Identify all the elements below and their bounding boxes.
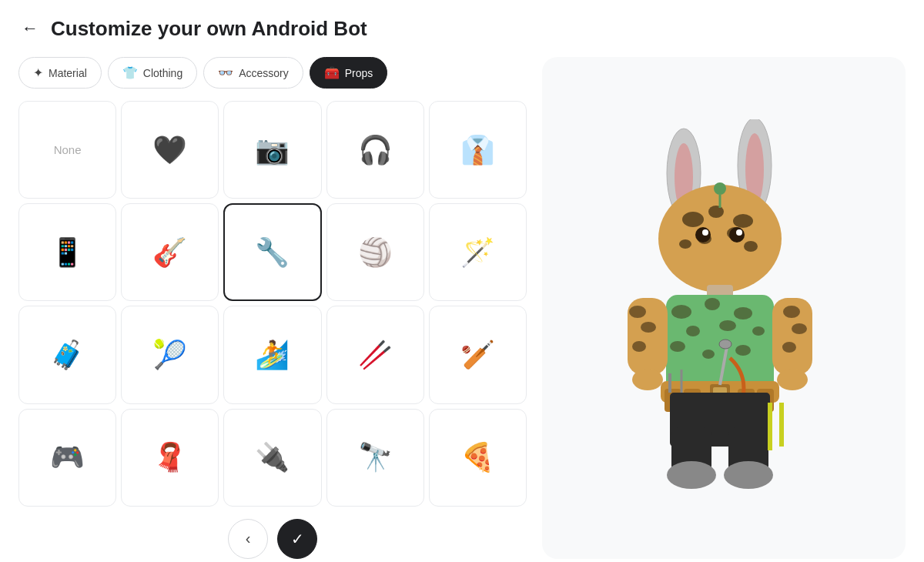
item-scarf[interactable]: 🧣 [121,409,219,507]
tablet-icon: 📱 [50,236,85,269]
svg-point-26 [670,341,685,352]
svg-point-24 [719,320,736,331]
belt-icon: 🖤 [152,134,187,166]
volleyball-icon: 🏐 [358,236,393,269]
binoculars-icon: 🔭 [358,441,393,473]
robot-preview-panel [542,57,906,559]
confirm-button[interactable]: ✓ [277,519,317,559]
robot-illustration [593,119,855,497]
props-icon: 🧰 [324,65,340,80]
chopsticks-icon: 🥢 [358,339,393,371]
main-content: ✦ Material 👕 Clothing 👓 Accessory 🧰 Prop… [18,57,906,559]
prev-button[interactable]: ‹ [228,519,268,559]
svg-point-13 [729,227,745,243]
svg-point-53 [667,461,716,489]
svg-point-49 [777,369,808,390]
svg-point-11 [744,241,758,252]
headphones-icon: 🎧 [358,134,393,166]
svg-point-42 [641,322,656,333]
guitar-icon: 🎸 [152,236,187,269]
item-gamepad[interactable]: 🎮 [18,409,116,507]
pizza-icon: 🍕 [460,441,495,473]
material-icon: ✦ [33,65,43,80]
left-panel: ✦ Material 👕 Clothing 👓 Accessory 🧰 Prop… [18,57,527,559]
item-tennis[interactable]: 🎾 [121,306,219,403]
item-camera[interactable]: 📷 [223,101,321,199]
svg-point-14 [702,229,708,236]
svg-point-10 [679,239,691,249]
svg-point-46 [783,306,800,318]
tennis-icon: 🎾 [152,339,187,371]
tab-accessory-label: Accessory [239,67,289,79]
item-cable[interactable]: 🔌 [223,409,321,507]
tab-accessory[interactable]: 👓 Accessory [203,57,303,89]
cable-icon: 🔌 [255,441,290,473]
svg-point-39 [719,340,732,349]
item-tie[interactable]: 👔 [429,101,527,199]
svg-point-54 [724,461,773,489]
tabs-bar: ✦ Material 👕 Clothing 👓 Accessory 🧰 Prop… [18,57,527,89]
header: ← Customize your own Android Bot [18,15,906,42]
svg-point-6 [708,206,724,218]
item-suitcase[interactable]: 🧳 [18,306,116,403]
none-label: None [54,143,82,156]
svg-point-25 [752,326,765,336]
tab-clothing[interactable]: 👕 Clothing [108,57,197,89]
svg-point-48 [782,342,796,353]
page-title: Customize your own Android Bot [51,17,367,41]
svg-point-7 [733,214,753,228]
tab-clothing-label: Clothing [143,67,182,79]
svg-point-47 [792,323,807,334]
accessory-icon: 👓 [218,65,233,80]
back-icon: ← [22,18,38,38]
back-button[interactable]: ← [18,15,42,42]
item-toolbelt[interactable]: 🔧 [223,203,321,301]
svg-point-43 [632,341,646,352]
camera-icon: 📷 [255,134,290,166]
prev-icon: ‹ [246,530,251,547]
tab-material-label: Material [49,67,87,79]
item-guitar[interactable]: 🎸 [121,203,219,301]
svg-point-28 [735,345,751,356]
svg-point-5 [682,212,704,227]
svg-point-23 [686,326,700,336]
bat-icon: 🪄 [460,236,495,269]
tab-material[interactable]: ✦ Material [18,57,102,89]
tab-props[interactable]: 🧰 Props [310,57,388,89]
svg-point-27 [702,350,715,359]
item-binoculars[interactable]: 🔭 [326,409,424,507]
suitcase-icon: 🧳 [50,339,85,371]
svg-point-21 [705,298,720,310]
item-headphones[interactable]: 🎧 [326,101,424,199]
tie-icon: 👔 [460,134,495,166]
robot-preview [542,57,906,559]
confirm-icon: ✓ [291,530,304,548]
clothing-icon: 👕 [122,65,138,80]
item-cricket[interactable]: 🏏 [429,306,527,403]
cricket-icon: 🏏 [460,339,495,371]
tab-props-label: Props [345,67,373,79]
svg-point-44 [632,369,663,390]
item-surfboard[interactable]: 🏄 [223,306,321,403]
page: ← Customize your own Android Bot ✦ Mater… [0,0,924,562]
item-pizza[interactable]: 🍕 [429,409,527,507]
item-tablet[interactable]: 📱 [18,203,116,301]
item-volleyball[interactable]: 🏐 [326,203,424,301]
scarf-icon: 🧣 [152,441,187,473]
surfboard-icon: 🏄 [255,339,290,371]
svg-point-15 [736,229,742,236]
items-grid: None 🖤 📷 🎧 👔 📱 🎸 [18,101,527,507]
svg-point-22 [734,307,752,319]
item-none[interactable]: None [18,101,116,199]
gamepad-icon: 🎮 [50,441,85,473]
bottom-nav: ‹ ✓ [18,519,527,559]
svg-point-16 [714,182,726,195]
svg-point-20 [671,305,691,319]
toolbelt-icon: 🔧 [255,236,290,269]
item-chopsticks[interactable]: 🥢 [326,306,424,403]
svg-point-12 [695,227,711,243]
item-bat[interactable]: 🪄 [429,203,527,301]
svg-point-41 [629,306,646,318]
item-belt[interactable]: 🖤 [121,101,219,199]
